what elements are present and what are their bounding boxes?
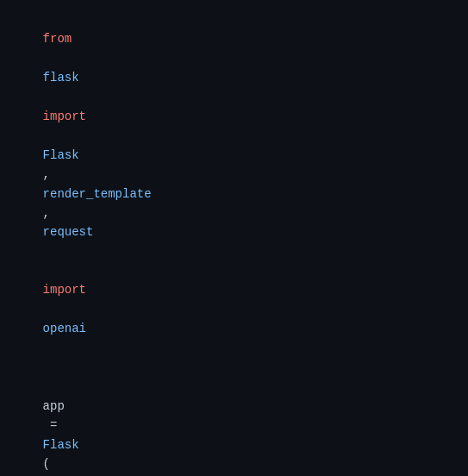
module-openai: openai	[43, 322, 86, 335]
keyword-import: import	[43, 283, 86, 297]
line-1: from flask import Flask , render_templat…	[14, 10, 454, 261]
keyword-from: from	[43, 32, 72, 46]
import-request: request	[43, 225, 94, 239]
line-2: import openai	[14, 261, 454, 358]
blank-line-3	[14, 358, 454, 377]
var-app: app	[43, 399, 65, 413]
code-editor: from flask import Flask , render_templat…	[0, 0, 468, 476]
call-flask: Flask	[43, 438, 79, 452]
module-flask: flask	[43, 71, 79, 85]
keyword-import: import	[43, 110, 86, 123]
import-flask: Flask	[43, 148, 79, 162]
line-4: app = Flask ( __name__ )	[14, 377, 454, 476]
import-render-template: render_template	[43, 187, 152, 201]
